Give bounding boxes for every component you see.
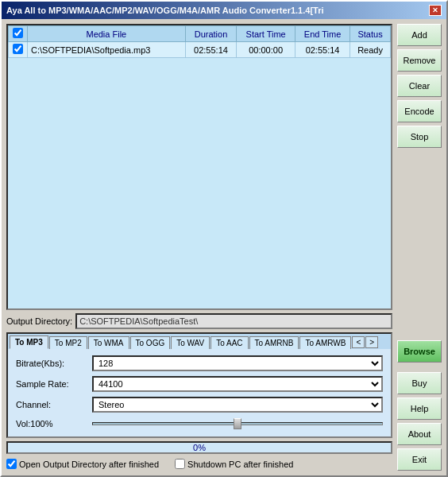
buy-button[interactable]: Buy [397, 372, 442, 394]
row-start-time: 00:00:00 [237, 42, 295, 58]
table-header-row: Media File Duration Start Time End Time … [9, 26, 391, 42]
tab-scroll-left[interactable]: < [352, 336, 365, 348]
shutdown-checkbox[interactable] [175, 459, 185, 469]
main-panel: Media File Duration Start Time End Time … [6, 24, 392, 471]
side-buttons: Add Remove Clear Encode Stop Browse Buy … [397, 24, 442, 471]
tab-to-mp3[interactable]: To MP3 [10, 335, 48, 349]
tab-to-mp2[interactable]: To MP2 [49, 336, 87, 349]
close-button[interactable]: ✕ [429, 5, 442, 16]
add-button[interactable]: Add [397, 24, 442, 46]
about-button[interactable]: About [397, 423, 442, 445]
tab-to-ogg[interactable]: To OGG [130, 336, 171, 349]
file-table: Media File Duration Start Time End Time … [8, 25, 391, 58]
output-dir-label: Output Directory: [6, 316, 72, 326]
row-end-time: 02:55:14 [295, 42, 350, 58]
tab-to-wma[interactable]: To WMA [88, 336, 129, 349]
open-dir-checkbox[interactable] [6, 459, 17, 469]
row-duration: 02:55:14 [185, 42, 237, 58]
bitrate-row: Bitrate(Kbs): 6496128192256320 [16, 355, 383, 371]
row-file: C:\SOFTPEDIA\Softpedia.mp3 [28, 42, 186, 58]
stop-button[interactable]: Stop [397, 126, 442, 148]
shutdown-label: Shutdown PC after finished [187, 460, 293, 469]
output-dir-input[interactable] [75, 313, 392, 329]
row-checkbox-cell [9, 42, 28, 58]
window-title: Aya All to MP3/WMA/AAC/MP2/WAV/OGG/M4A/A… [6, 6, 324, 15]
volume-slider-track [92, 422, 383, 425]
file-list-container: Media File Duration Start Time End Time … [6, 24, 392, 310]
col-checkbox [9, 26, 28, 42]
output-dir-row: Output Directory: [6, 313, 392, 329]
encode-button[interactable]: Encode [397, 100, 442, 122]
tabs-container: To MP3To MP2To WMATo OGGTo WAVTo AACTo A… [6, 332, 392, 438]
tabs-content: Bitrate(Kbs): 6496128192256320 Sample Ra… [8, 349, 391, 436]
help-button[interactable]: Help [397, 398, 442, 420]
tab-to-amrnb[interactable]: To AMRNB [249, 336, 299, 349]
main-window: Aya All to MP3/WMA/AAC/MP2/WAV/OGG/M4A/A… [0, 0, 448, 477]
bitrate-label: Bitrate(Kbs): [16, 359, 87, 368]
col-media-file: Media File [28, 26, 186, 42]
channel-label: Channel: [16, 400, 87, 409]
progress-bar-container: 0% [6, 441, 392, 454]
volume-label: Vol:100% [16, 419, 87, 429]
volume-slider-container [92, 417, 383, 430]
volume-row: Vol:100% [16, 417, 383, 430]
bitrate-select[interactable]: 6496128192256320 [92, 355, 383, 371]
col-end-time: End Time [295, 26, 350, 42]
sample-rate-row: Sample Rate: 800011025220504410048000 [16, 376, 383, 392]
tab-to-amrwb[interactable]: To AMRWB [299, 336, 351, 349]
table-row: C:\SOFTPEDIA\Softpedia.mp3 02:55:14 00:0… [9, 42, 391, 58]
tab-to-aac[interactable]: To AAC [210, 336, 248, 349]
tab-scroll-right[interactable]: > [365, 336, 378, 348]
tabs-header: To MP3To MP2To WMATo OGGTo WAVTo AACTo A… [8, 334, 391, 349]
open-dir-check-label[interactable]: Open Output Directory after finished [6, 459, 159, 469]
channel-select[interactable]: MonoStereo [92, 397, 383, 413]
content-area: Media File Duration Start Time End Time … [2, 19, 446, 475]
volume-slider-thumb[interactable] [234, 418, 241, 429]
bottom-options-row: Open Output Directory after finished Shu… [6, 457, 392, 471]
clear-button[interactable]: Clear [397, 75, 442, 97]
tab-to-wav[interactable]: To WAV [171, 336, 210, 349]
select-all-checkbox[interactable] [13, 28, 23, 38]
sample-rate-select[interactable]: 800011025220504410048000 [92, 376, 383, 392]
col-status: Status [350, 26, 391, 42]
remove-button[interactable]: Remove [397, 49, 442, 72]
sample-rate-label: Sample Rate: [16, 379, 87, 389]
browse-button[interactable]: Browse [397, 340, 442, 363]
col-start-time: Start Time [237, 26, 295, 42]
row-status: Ready [350, 42, 391, 58]
col-duration: Duration [185, 26, 237, 42]
progress-text: 0% [193, 443, 206, 452]
open-dir-label: Open Output Directory after finished [19, 460, 159, 469]
title-bar: Aya All to MP3/WMA/AAC/MP2/WAV/OGG/M4A/A… [2, 2, 446, 19]
channel-row: Channel: MonoStereo [16, 397, 383, 413]
exit-button[interactable]: Exit [397, 448, 442, 471]
row-checkbox[interactable] [13, 44, 23, 54]
shutdown-check-label[interactable]: Shutdown PC after finished [175, 459, 293, 469]
